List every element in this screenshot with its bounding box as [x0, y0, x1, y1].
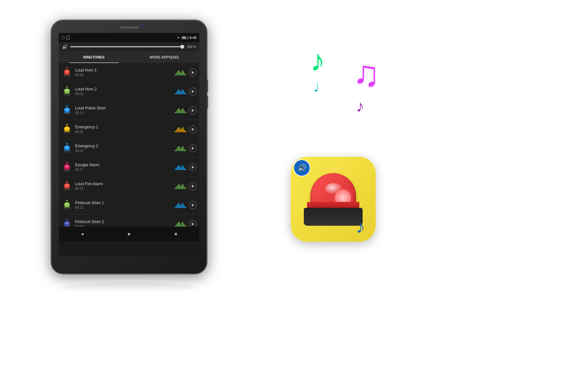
svg-point-2 — [66, 70, 68, 73]
play-button[interactable] — [189, 201, 197, 209]
list-item[interactable]: Loud Horn 2 00:05 — [59, 82, 199, 101]
ringtone-controls — [175, 88, 197, 95]
play-button[interactable] — [189, 88, 197, 95]
status-right-icons: ✈ 5:42 — [177, 36, 197, 40]
waveform-bar — [179, 127, 179, 132]
ringtone-icon — [61, 86, 73, 97]
play-triangle-icon — [192, 109, 194, 112]
svg-rect-44 — [63, 170, 71, 172]
waveform-bar — [179, 89, 179, 94]
waveform-bar — [180, 72, 180, 75]
waveform-bar — [175, 131, 175, 132]
waveform-bar — [176, 74, 176, 75]
list-item[interactable]: Loud Fire Alarm 00:25 — [59, 177, 199, 196]
play-button[interactable] — [189, 182, 197, 190]
waveform-bar — [180, 90, 180, 94]
waveform — [175, 183, 186, 189]
waveform-bar — [181, 205, 181, 208]
ringtone-icon — [61, 105, 73, 116]
waveform — [175, 107, 186, 113]
play-button[interactable] — [189, 106, 197, 114]
waveform-bar — [186, 74, 186, 75]
waveform-bar — [185, 130, 185, 132]
tablet-speaker — [119, 26, 139, 28]
battery-icon — [182, 36, 188, 39]
waveform-bar — [179, 203, 179, 208]
waveform-bar — [177, 205, 177, 208]
ringtone-duration: 00:22 — [75, 149, 175, 153]
svg-point-50 — [66, 184, 68, 186]
list-item[interactable]: Loud Horn 1 00:03 — [59, 63, 199, 82]
waveform-bar — [183, 184, 183, 189]
waveform-bar — [175, 226, 175, 227]
play-button[interactable] — [189, 144, 197, 152]
waveform-bar — [183, 165, 183, 170]
waveform-bar — [184, 129, 184, 132]
volume-icon: 🔊 — [62, 44, 68, 49]
siren-band — [307, 202, 359, 208]
waveform-bar — [184, 72, 184, 75]
list-item[interactable]: Emergency 1 00:20 — [59, 120, 199, 139]
ringtone-name: Loud Horn 2 — [75, 87, 175, 91]
waveform-bar — [175, 150, 175, 151]
ringtone-duration: 00:03 — [75, 73, 175, 77]
play-triangle-icon — [192, 222, 194, 226]
play-button[interactable] — [189, 220, 197, 227]
nav-home-button[interactable]: ● — [124, 229, 134, 239]
nav-recent-button[interactable]: ■ — [171, 229, 181, 239]
waveform-bar — [178, 90, 178, 94]
tab-more-apps[interactable]: MORE APPS[AD] — [129, 51, 199, 63]
svg-rect-68 — [63, 226, 71, 227]
ringtone-info: Loud Police Siren 00:14 — [75, 106, 175, 115]
ringtone-icon — [61, 143, 73, 154]
svg-point-66 — [66, 222, 68, 224]
play-button[interactable] — [189, 125, 197, 133]
waveform-bar — [182, 166, 182, 170]
ringtone-controls — [175, 144, 197, 152]
volume-thumb[interactable] — [180, 45, 184, 49]
list-item[interactable]: Emergency 2 00:22 — [59, 139, 199, 158]
list-item[interactable]: Escape Alarm 00:17 — [59, 158, 199, 177]
waveform-bar — [180, 109, 180, 113]
waveform-bar — [184, 186, 184, 189]
ringtone-list: Loud Horn 1 00:03 — [59, 63, 199, 227]
waveform-bar — [179, 184, 179, 189]
ringtone-controls — [175, 69, 197, 76]
waveform-bar — [183, 89, 183, 94]
svg-point-18 — [66, 108, 68, 110]
waveform-bar — [186, 226, 186, 227]
tabs-row: RINGTONES MORE APPS[AD] — [59, 51, 199, 63]
waveform-bar — [176, 111, 176, 113]
status-bar: ✈ 5:42 — [59, 33, 199, 42]
waveform-bar — [186, 188, 186, 189]
waveform — [175, 145, 186, 151]
nav-back-button[interactable]: ◄ — [77, 229, 87, 239]
ringtone-icon — [61, 219, 73, 227]
tablet-side-button-2[interactable] — [206, 96, 208, 109]
music-note-magenta: ♫ — [353, 56, 380, 91]
waveform-bar — [185, 225, 185, 227]
list-item[interactable]: Firetruck Siren 2 00:09 — [59, 215, 199, 227]
waveform-bar — [176, 92, 176, 94]
waveform-bar — [176, 130, 176, 132]
waveform-bar — [184, 224, 184, 227]
waveform-bar — [186, 131, 186, 132]
tab-ringtones[interactable]: RINGTONES — [59, 51, 129, 63]
tablet-side-button-1[interactable] — [206, 79, 208, 92]
ringtone-controls — [175, 220, 197, 227]
waveform-bar — [178, 222, 178, 227]
list-item[interactable]: Firetruck Siren 1 00:12 — [59, 196, 199, 215]
waveform-bar — [178, 204, 178, 208]
play-button[interactable] — [189, 69, 197, 76]
svg-rect-12 — [63, 94, 71, 96]
ringtone-controls — [175, 182, 197, 190]
svg-rect-60 — [63, 207, 71, 209]
play-button[interactable] — [189, 163, 197, 171]
volume-track[interactable] — [70, 46, 184, 47]
ringtone-icon — [61, 124, 73, 135]
waveform-bar — [185, 206, 185, 208]
list-item[interactable]: Loud Police Siren 00:14 — [59, 101, 199, 120]
ringtone-duration: 00:05 — [75, 92, 175, 96]
waveform-bar — [182, 185, 182, 189]
waveform-bar — [179, 108, 179, 113]
